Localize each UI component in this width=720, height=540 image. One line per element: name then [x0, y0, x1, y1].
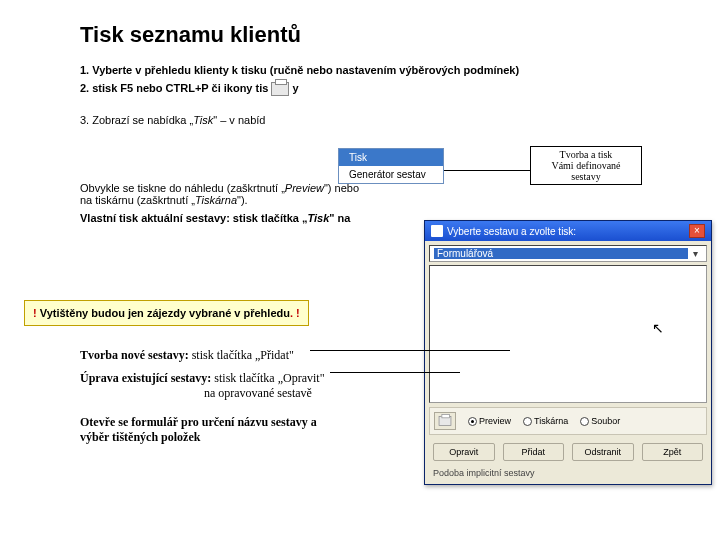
print-button[interactable]: [434, 412, 456, 430]
dialog-titlebar: Vyberte sestavu a zvolte tisk: ×: [425, 221, 711, 241]
menu-item-tisk[interactable]: Tisk: [339, 149, 443, 166]
combo-selected: Formulářová: [434, 248, 688, 259]
callout-connector: [444, 170, 530, 171]
print-icon: [439, 416, 452, 426]
radio-dot-icon: [523, 417, 532, 426]
dialog-icon: [431, 225, 443, 237]
radio-dot-icon: [580, 417, 589, 426]
pridat-button[interactable]: Přidat: [503, 443, 565, 461]
radio-preview[interactable]: Preview: [468, 416, 511, 426]
radio-soubor[interactable]: Soubor: [580, 416, 620, 426]
edit-report-line: Úprava existující sestavy: stisk tlačítk…: [80, 371, 325, 401]
opens-form-line: Otevře se formulář pro určení názvu sest…: [80, 415, 325, 445]
opravit-button[interactable]: Opravit: [433, 443, 495, 461]
step-3: 3. Zobrazí se nabídka „Tisk" – v nabíd: [80, 114, 720, 126]
new-report-line: Tvorba nové sestavy: stisk tlačítka „Při…: [80, 348, 325, 363]
close-button[interactable]: ×: [689, 224, 705, 238]
dialog-footer-note: Podoba implicitní sestavy: [429, 466, 707, 480]
zpet-button[interactable]: Zpět: [642, 443, 704, 461]
menu-item-generator[interactable]: Generátor sestav: [339, 166, 443, 183]
chevron-down-icon[interactable]: ▾: [688, 248, 702, 259]
step-2: 2. stisk F5 nebo CTRL+P či ikony tis y: [80, 82, 720, 96]
page-title: Tisk seznamu klientů: [80, 22, 720, 48]
print-target-toolbar: Preview Tiskárna Soubor: [429, 407, 707, 435]
callout-box: Tvorba a tisk Vámi definované sestavy: [530, 146, 642, 185]
step-1: 1. Vyberte v přehledu klienty k tisku (r…: [80, 64, 720, 76]
context-menu: Tisk Generátor sestav: [338, 148, 444, 184]
dialog-title: Vyberte sestavu a zvolte tisk:: [447, 226, 576, 237]
cursor-icon: ↖: [652, 320, 664, 336]
report-combo[interactable]: Formulářová ▾: [429, 245, 707, 262]
radio-dot-icon: [468, 417, 477, 426]
print-icon: [271, 82, 289, 96]
connector-line: [310, 350, 510, 351]
warning-box: ! Vytištěny budou jen zájezdy vybrané v …: [24, 300, 309, 326]
radio-tiskarna[interactable]: Tiskárna: [523, 416, 568, 426]
paragraph-preview: Obvykle se tiskne do náhledu (zaškrtnutí…: [80, 182, 720, 206]
print-dialog: Vyberte sestavu a zvolte tisk: × Formulá…: [424, 220, 712, 485]
report-listbox[interactable]: ↖: [429, 265, 707, 403]
odstranit-button[interactable]: Odstranit: [572, 443, 634, 461]
connector-line: [330, 372, 460, 373]
